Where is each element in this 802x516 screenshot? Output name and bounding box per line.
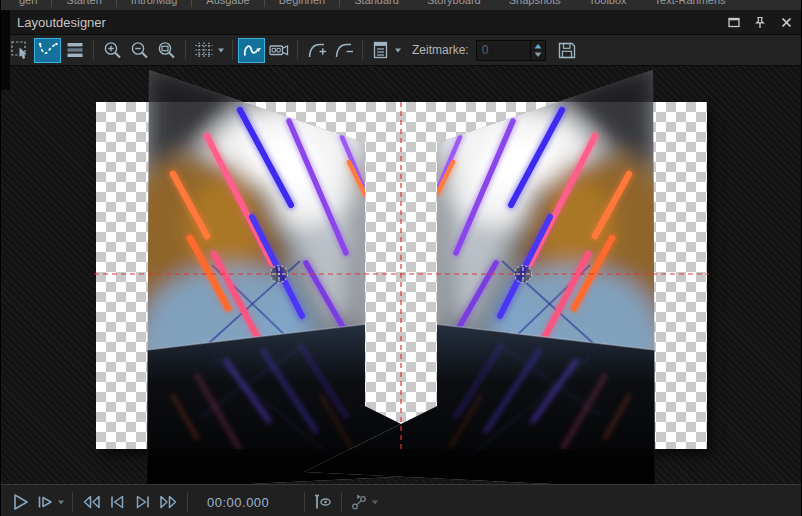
select-tool-icon — [10, 40, 32, 61]
camera-icon — [268, 40, 290, 60]
jump-to-end-button[interactable] — [156, 489, 182, 515]
toolbar-separator — [185, 40, 186, 60]
jump-to-start-button[interactable] — [78, 489, 104, 515]
spinner-up-icon[interactable] — [534, 44, 542, 49]
zoom-out-button[interactable] — [126, 38, 153, 63]
remove-keyframe-icon — [333, 40, 355, 60]
restore-button[interactable] — [723, 13, 745, 31]
playback-bar: 00:00.000 — [1, 484, 801, 516]
play-from-position-button[interactable] — [33, 489, 67, 515]
zoom-out-icon — [129, 40, 151, 61]
layout-canvas[interactable] — [1, 66, 801, 484]
play-from-position-icon — [35, 492, 55, 512]
keyframe-list-button[interactable] — [368, 38, 404, 63]
animation-curve-button[interactable] — [238, 38, 265, 63]
save-button[interactable] — [554, 38, 581, 63]
right-image-anchor[interactable] — [515, 266, 532, 283]
next-frame-icon — [133, 492, 153, 512]
grid-button[interactable] — [191, 38, 227, 63]
keyframe-path-dropdown-caret[interactable] — [371, 500, 379, 505]
zoom-fit-button[interactable] — [153, 38, 180, 63]
menu-item[interactable]: Beginnen — [265, 0, 341, 7]
toolbar-separator — [362, 40, 363, 60]
left-image-anchor[interactable] — [271, 266, 288, 283]
menu-item[interactable]: Ausgabe — [192, 0, 264, 7]
next-frame-button[interactable] — [130, 489, 156, 515]
play-button[interactable] — [7, 489, 33, 515]
playhead-visibility-icon — [312, 492, 334, 512]
grid-dropdown-caret[interactable] — [217, 48, 225, 53]
playhead-visibility-button[interactable] — [310, 489, 336, 515]
curve-display-mode-button[interactable] — [34, 38, 61, 63]
toolbar-separator — [93, 40, 94, 60]
menu-item[interactable]: Intro/Mag — [117, 0, 192, 7]
zeitmarke-input-group — [476, 40, 546, 61]
previous-frame-button[interactable] — [104, 489, 130, 515]
toolbar-separator — [297, 40, 298, 60]
menu-tab[interactable]: Toolbox — [575, 0, 641, 7]
pin-icon — [754, 16, 766, 29]
save-icon — [556, 40, 578, 61]
list-display-mode-button[interactable] — [61, 38, 88, 63]
zoom-fit-icon — [156, 40, 178, 61]
toolbar-separator — [232, 40, 233, 60]
jump-to-start-icon — [80, 492, 102, 512]
previous-frame-icon — [107, 492, 127, 512]
close-button[interactable] — [775, 13, 797, 31]
zeitmarke-spinner[interactable] — [530, 41, 545, 60]
panel-title: Layoutdesigner — [1, 15, 723, 30]
keyframe-path-icon — [349, 492, 369, 512]
playbar-separator — [187, 492, 188, 512]
menu-item[interactable]: Starten — [52, 0, 116, 7]
animation-curve-icon — [241, 40, 263, 60]
keyframe-list-dropdown-caret[interactable] — [394, 48, 402, 53]
left-edge-strip — [1, 10, 10, 90]
restore-icon — [728, 17, 740, 28]
layout-toolbar: Zeitmarke: — [1, 35, 801, 66]
jump-to-end-icon — [158, 492, 180, 512]
grid-icon — [193, 40, 215, 60]
menu-tab[interactable]: Storyboard — [413, 0, 495, 7]
remove-keyframe-button[interactable] — [330, 38, 357, 63]
layoutdesigner-panel: genStartenIntro/MagAusgabeBeginnenStanda… — [0, 0, 802, 516]
add-keyframe-button[interactable] — [303, 38, 330, 63]
menu-item[interactable]: gen — [5, 0, 52, 7]
zoom-in-icon — [102, 40, 124, 61]
curve-display-icon — [37, 40, 59, 60]
canvas-artwork — [1, 66, 801, 484]
panel-titlebar[interactable]: Layoutdesigner — [1, 10, 801, 35]
keyframe-list-icon — [370, 40, 392, 61]
play-dropdown-caret[interactable] — [57, 500, 65, 505]
timecode-display: 00:00.000 — [193, 495, 299, 510]
spinner-down-icon[interactable] — [534, 52, 542, 57]
menu-tab[interactable]: Text-Rahmens — [641, 0, 740, 7]
play-icon — [10, 492, 30, 512]
menu-bar[interactable]: genStartenIntro/MagAusgabeBeginnenStanda… — [1, 0, 801, 10]
playbar-separator — [304, 492, 305, 512]
zeitmarke-label: Zeitmarke: — [412, 43, 469, 57]
list-display-icon — [64, 40, 86, 60]
keyframe-path-button[interactable] — [347, 489, 381, 515]
menu-tab[interactable]: Standard — [340, 0, 413, 7]
close-icon — [781, 17, 792, 28]
select-tool-button[interactable] — [7, 38, 34, 63]
pin-button[interactable] — [749, 13, 771, 31]
playbar-separator — [341, 492, 342, 512]
zoom-in-button[interactable] — [99, 38, 126, 63]
add-keyframe-icon — [306, 40, 328, 60]
zeitmarke-input[interactable] — [477, 41, 530, 60]
menu-tab[interactable]: Snapshots — [495, 0, 575, 7]
camera-button[interactable] — [265, 38, 292, 63]
playbar-separator — [72, 492, 73, 512]
